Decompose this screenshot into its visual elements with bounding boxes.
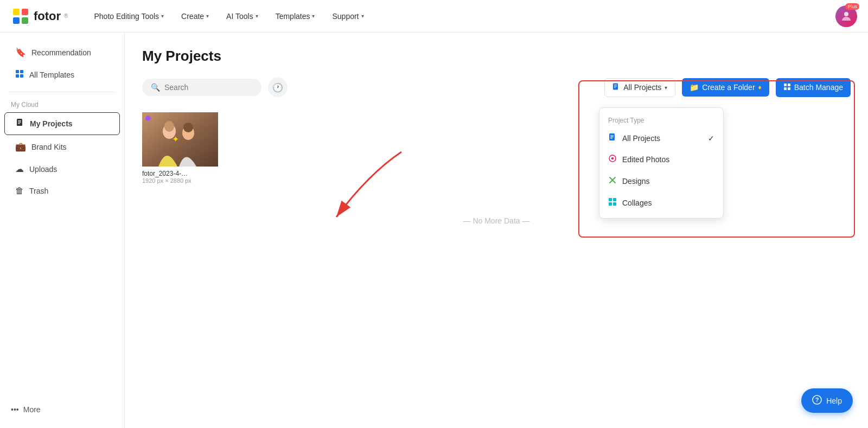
nav-support-label: Support xyxy=(332,12,359,21)
sidebar-item-my-projects-label: My Projects xyxy=(30,119,73,128)
designs-icon xyxy=(608,176,617,187)
create-folder-label: Create a Folder xyxy=(702,83,755,92)
sidebar: 🔖 Recommendation All Templates My Cloud xyxy=(0,33,125,428)
svg-rect-38 xyxy=(613,198,616,201)
crown-icon: ♦ xyxy=(758,84,762,91)
edited-photos-icon xyxy=(608,154,617,165)
dropdown-all-projects-label: All Projects xyxy=(622,134,660,143)
svg-text:?: ? xyxy=(815,397,819,403)
all-projects-button[interactable]: All Projects ▾ xyxy=(604,78,675,97)
chevron-down-icon: ▾ xyxy=(161,13,164,19)
sidebar-item-my-projects[interactable]: My Projects xyxy=(4,112,120,135)
batch-manage-button[interactable]: Batch Manage xyxy=(776,78,851,97)
help-icon: ? xyxy=(812,395,822,406)
svg-point-34 xyxy=(611,157,614,159)
svg-rect-39 xyxy=(609,202,612,206)
nav-support[interactable]: Support ▾ xyxy=(332,12,363,21)
svg-rect-13 xyxy=(18,123,20,124)
page-title: My Projects xyxy=(142,48,851,65)
trash-icon: 🗑 xyxy=(15,186,24,196)
svg-rect-7 xyxy=(20,70,23,73)
batch-icon xyxy=(783,83,791,92)
avatar-wrap[interactable]: Plus xyxy=(835,5,857,27)
svg-rect-3 xyxy=(13,17,20,24)
no-more-data: — No More Data — xyxy=(142,216,851,225)
dropdown-item-collages[interactable]: Collages xyxy=(599,192,723,214)
sidebar-item-uploads[interactable]: ☁ Uploads xyxy=(4,158,120,180)
svg-rect-31 xyxy=(610,137,614,137)
sidebar-item-trash[interactable]: 🗑 Trash xyxy=(4,181,120,201)
nav-create-label: Create xyxy=(181,12,204,21)
project-thumbnail: ✦ xyxy=(142,112,218,167)
sidebar-item-trash-label: Trash xyxy=(29,187,48,195)
sidebar-item-brand-kits[interactable]: 💼 Brand Kits xyxy=(4,136,120,157)
batch-manage-label: Batch Manage xyxy=(794,83,843,92)
create-folder-button[interactable]: 📁 Create a Folder ♦ xyxy=(682,78,769,97)
sidebar-item-all-templates-label: All Templates xyxy=(29,71,74,79)
chevron-down-icon: ▾ xyxy=(665,85,667,91)
project-type-dropdown: Project Type All Projects ✓ xyxy=(599,107,724,219)
chevron-down-icon: ▾ xyxy=(206,13,209,19)
svg-rect-32 xyxy=(610,138,612,138)
sidebar-item-recommendation-label: Recommendation xyxy=(31,48,91,57)
search-box[interactable]: 🔍 xyxy=(142,79,261,96)
search-icon: 🔍 xyxy=(151,83,160,92)
svg-rect-21 xyxy=(788,87,790,90)
nav-photo-editing-label: Photo Editing Tools xyxy=(94,12,159,21)
sidebar-item-all-templates[interactable]: All Templates xyxy=(4,64,120,86)
top-navigation: fotor® Photo Editing Tools ▾ Create ▾ AI… xyxy=(0,0,868,33)
svg-point-26 xyxy=(183,123,193,132)
more-label: More xyxy=(23,405,41,414)
dropdown-doc-icon xyxy=(608,133,617,143)
collages-icon xyxy=(608,197,617,208)
dots-icon: ••• xyxy=(11,405,19,414)
nav-templates-label: Templates xyxy=(276,12,310,21)
svg-rect-20 xyxy=(784,87,787,90)
dropdown-item-designs[interactable]: Designs xyxy=(599,170,723,192)
project-card[interactable]: ✦ fotor_2023-4-… 1920 px × 2880 px xyxy=(142,112,218,184)
more-button[interactable]: ••• More xyxy=(11,405,113,414)
nav-templates[interactable]: Templates ▾ xyxy=(276,12,315,21)
my-cloud-label: My Cloud xyxy=(0,98,124,112)
svg-rect-1 xyxy=(13,9,20,15)
search-input[interactable] xyxy=(164,83,240,92)
svg-text:✦: ✦ xyxy=(172,135,179,144)
dropdown-designs-label: Designs xyxy=(622,177,650,186)
avatar-badge: Plus xyxy=(845,3,859,10)
svg-rect-17 xyxy=(614,87,616,88)
svg-rect-16 xyxy=(614,86,617,86)
logo-sup: ® xyxy=(64,13,68,19)
clock-button[interactable]: 🕐 xyxy=(268,78,288,97)
dropdown-item-edited-photos[interactable]: Edited Photos xyxy=(599,149,723,170)
grid-icon xyxy=(15,69,24,80)
project-name: fotor_2023-4-… xyxy=(142,170,218,177)
svg-rect-4 xyxy=(22,17,28,24)
logo-icon xyxy=(11,7,30,26)
svg-rect-15 xyxy=(614,85,617,85)
svg-point-5 xyxy=(844,12,848,16)
sidebar-bottom: ••• More xyxy=(0,400,124,419)
svg-rect-18 xyxy=(784,84,787,86)
svg-rect-11 xyxy=(18,120,21,121)
sidebar-item-brand-kits-label: Brand Kits xyxy=(31,143,67,151)
logo[interactable]: fotor® xyxy=(11,7,68,26)
document-icon xyxy=(16,118,24,129)
dropdown-collages-label: Collages xyxy=(622,199,652,207)
nav-create[interactable]: Create ▾ xyxy=(181,12,209,21)
svg-rect-40 xyxy=(613,202,616,206)
svg-rect-9 xyxy=(20,74,23,78)
cloud-upload-icon: ☁ xyxy=(15,164,24,174)
svg-rect-22 xyxy=(142,112,218,167)
bookmark-icon: 🔖 xyxy=(15,47,26,58)
svg-rect-12 xyxy=(18,122,21,123)
logo-text: fotor xyxy=(34,9,61,23)
help-button[interactable]: ? Help xyxy=(801,388,853,413)
dropdown-item-all-projects[interactable]: All Projects ✓ xyxy=(599,127,723,149)
svg-rect-6 xyxy=(16,70,19,73)
nav-ai-tools[interactable]: AI Tools ▾ xyxy=(226,12,258,21)
sidebar-item-recommendation[interactable]: 🔖 Recommendation xyxy=(4,42,120,63)
sidebar-item-uploads-label: Uploads xyxy=(29,165,57,174)
nav-photo-editing[interactable]: Photo Editing Tools ▾ xyxy=(94,12,164,21)
chevron-down-icon: ▾ xyxy=(256,13,258,19)
help-label: Help xyxy=(826,397,842,405)
